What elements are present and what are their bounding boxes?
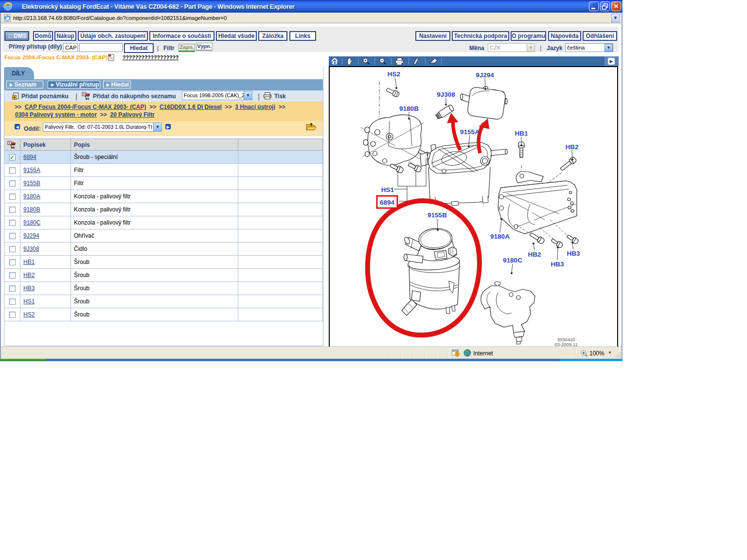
svg-text:9J294: 9J294 xyxy=(476,71,494,79)
svg-text:9155A: 9155A xyxy=(460,128,480,136)
svg-text:03-2009 11: 03-2009 11 xyxy=(554,342,577,347)
svg-text:HB2: HB2 xyxy=(565,143,578,151)
svg-text:HB2: HB2 xyxy=(528,251,541,258)
svg-text:9180B: 9180B xyxy=(399,105,419,112)
svg-text:6894: 6894 xyxy=(380,199,395,206)
svg-text:9180A: 9180A xyxy=(490,233,510,240)
svg-text:HB3: HB3 xyxy=(567,250,580,257)
svg-text:HB1: HB1 xyxy=(515,130,528,137)
svg-text:HB3: HB3 xyxy=(551,261,564,268)
svg-text:9155B: 9155B xyxy=(427,211,447,219)
svg-text:9180C: 9180C xyxy=(503,257,522,264)
svg-text:HS2: HS2 xyxy=(388,70,400,78)
svg-text:9J308: 9J308 xyxy=(437,91,455,98)
svg-text:HS1: HS1 xyxy=(381,186,394,193)
